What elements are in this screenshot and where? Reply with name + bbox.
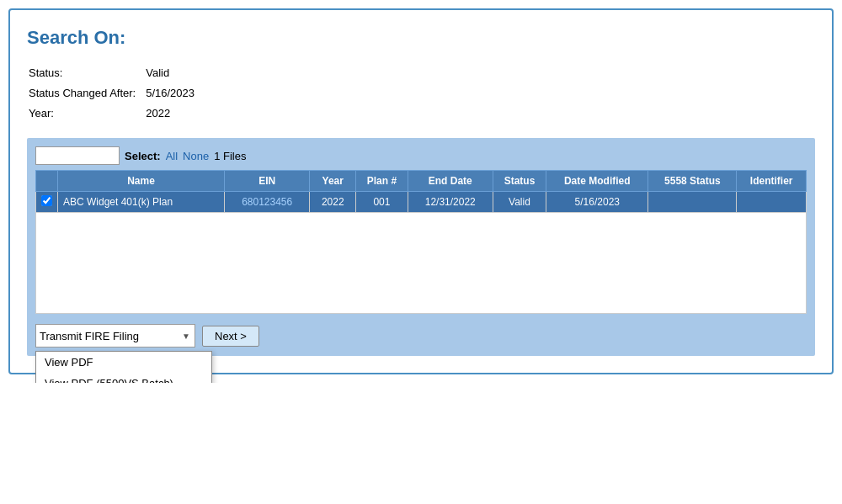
bottom-bar: View PDF View PDF (5500VS Batch) Validat… <box>35 324 807 347</box>
row-plan: 001 <box>356 192 408 213</box>
dropdown-item-viewpdf[interactable]: View PDF <box>36 352 211 373</box>
row-year: 2022 <box>310 192 356 213</box>
row-5558 <box>648 192 737 213</box>
row-checkbox-cell <box>36 192 58 213</box>
year-value: 2022 <box>146 104 195 123</box>
col-header-5558: 5558 Status <box>648 171 737 192</box>
dropdown-menu: View PDF View PDF (5500VS Batch) Validat… <box>35 351 212 383</box>
select-all-link[interactable]: All <box>166 150 178 162</box>
select-none-link[interactable]: None <box>183 150 209 162</box>
status-value: Valid <box>146 64 195 82</box>
row-identifier <box>737 192 807 213</box>
table-row: ABC Widget 401(k) Plan 680123456 2022 00… <box>36 192 807 213</box>
row-enddate: 12/31/2022 <box>408 192 493 213</box>
row-ein: 680123456 <box>225 192 310 213</box>
col-header-enddate: End Date <box>408 171 493 192</box>
status-changed-label: Status Changed After: <box>29 84 144 103</box>
search-criteria: Status: Valid Status Changed After: 5/16… <box>27 62 815 125</box>
row-name: ABC Widget 401(k) Plan <box>58 192 225 213</box>
row-status: Valid <box>493 192 546 213</box>
status-changed-value: 5/16/2023 <box>146 84 195 103</box>
select-bar: Select: All None 1 Files <box>35 146 807 165</box>
action-select-wrapper: View PDF View PDF (5500VS Batch) Validat… <box>35 324 195 347</box>
col-header-identifier: Identifier <box>737 171 807 192</box>
col-header-datemod: Date Modified <box>546 171 648 192</box>
col-header-year: Year <box>310 171 356 192</box>
col-header-ein: EIN <box>225 171 310 192</box>
ein-link[interactable]: 680123456 <box>242 196 292 208</box>
col-header-checkbox <box>36 171 58 192</box>
status-label: Status: <box>29 64 144 82</box>
select-label: Select: <box>125 150 161 162</box>
col-header-status: Status <box>493 171 546 192</box>
results-table: Name EIN Year Plan # End Date Status Dat… <box>35 170 807 314</box>
dropdown-item-viewpdfbatch[interactable]: View PDF (5500VS Batch) <box>36 373 211 383</box>
page-title: Search On: <box>27 27 815 49</box>
main-container: Search On: Status: Valid Status Changed … <box>8 8 834 374</box>
col-header-name: Name <box>58 171 225 192</box>
action-select[interactable]: View PDF View PDF (5500VS Batch) Validat… <box>35 324 195 347</box>
next-button[interactable]: Next > <box>202 326 259 347</box>
row-datemod: 5/16/2023 <box>546 192 648 213</box>
files-count: 1 Files <box>214 150 246 162</box>
row-checkbox[interactable] <box>41 195 52 206</box>
results-area: Select: All None 1 Files Name EIN Year P… <box>27 138 815 356</box>
select-input[interactable] <box>35 146 120 165</box>
col-header-plan: Plan # <box>356 171 408 192</box>
year-label: Year: <box>29 104 144 123</box>
